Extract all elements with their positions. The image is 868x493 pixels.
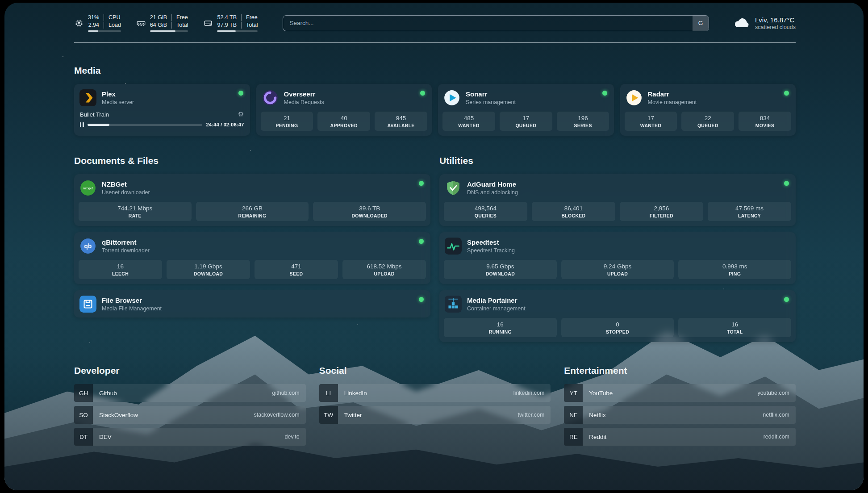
- cloud-icon: [734, 16, 750, 31]
- stat-tile: 21 PENDING: [261, 112, 313, 131]
- stat-tile: 16 TOTAL: [678, 318, 791, 337]
- stat-tile: 16 RUNNING: [444, 318, 557, 337]
- stat-label: UPLOAD: [343, 271, 425, 276]
- radarr-icon: [626, 89, 643, 106]
- stat-tile: 266 GB REMAINING: [196, 202, 309, 221]
- bookmark-name: StackOverflow: [99, 412, 138, 418]
- disk-progress-bar: [217, 30, 258, 32]
- disk-widget: 52.4 TB Free 97.9 TB Total: [203, 14, 258, 32]
- memory-total: 64 GiB: [150, 22, 171, 29]
- stat-value: 47.569 ms: [709, 205, 790, 212]
- cpu-percent: 31%: [88, 14, 104, 21]
- bookmark-abbr: TW: [319, 406, 338, 424]
- stat-value: 485: [443, 115, 494, 121]
- stat-value: 86,401: [533, 205, 614, 212]
- stat-tile: 196 SERIES: [557, 112, 609, 131]
- bookmark-reddit[interactable]: RE Reddit reddit.com: [564, 428, 796, 446]
- stat-value: 498,564: [445, 205, 526, 212]
- cpu-label-bottom: Load: [104, 22, 121, 29]
- weather-condition: scattered clouds: [755, 24, 796, 30]
- stat-label: DOWNLOAD: [167, 271, 249, 276]
- stat-label: DOWNLOADED: [314, 213, 425, 218]
- filebrowser-icon: [79, 296, 96, 313]
- stat-value: 266 GB: [197, 205, 308, 212]
- service-card-nzbget[interactable]: nzbget NZBGet Usenet downloader 744.21 M…: [74, 174, 430, 226]
- stat-value: 834: [739, 115, 790, 121]
- stat-tile: 39.6 TB DOWNLOADED: [313, 202, 426, 221]
- stat-label: TOTAL: [679, 329, 790, 334]
- stat-tile: 17 QUEUED: [500, 112, 552, 131]
- service-subtitle: Speedtest Tracking: [467, 247, 515, 254]
- service-name: Sonarr: [466, 90, 516, 99]
- service-name: File Browser: [102, 297, 162, 305]
- header-divider: [74, 42, 796, 43]
- cpu-load: 2.94: [88, 22, 104, 29]
- stat-value: 40: [318, 115, 369, 121]
- bookmark-abbr: YT: [564, 384, 583, 402]
- stat-tile: 1.19 Gbps DOWNLOAD: [167, 260, 250, 279]
- bookmark-url: stackoverflow.com: [254, 412, 300, 418]
- search-provider-button[interactable]: G: [693, 16, 709, 31]
- service-card-qbittorrent[interactable]: qb qBittorrent Torrent downloader 16 LEE…: [74, 232, 430, 284]
- section-title-utilities: Utilities: [439, 155, 796, 166]
- qbittorrent-icon: qb: [79, 238, 96, 255]
- bookmark-abbr: GH: [74, 384, 93, 402]
- weather-widget: Lviv, 16.87°C scattered clouds: [734, 16, 796, 31]
- settings-gear-icon[interactable]: ⚙: [238, 110, 244, 118]
- service-card-portainer[interactable]: Media Portainer Container management 16 …: [439, 290, 796, 342]
- disk-free: 52.4 TB: [217, 14, 241, 21]
- bookmark-name: DEV: [99, 434, 112, 440]
- service-card-adguard[interactable]: AdGuard Home DNS and adblocking 498,564 …: [439, 174, 796, 226]
- service-card-radarr[interactable]: Radarr Movie management 17 WANTED 22 QUE…: [620, 84, 796, 136]
- bookmark-netflix[interactable]: NF Netflix netflix.com: [564, 406, 796, 424]
- stat-tile: 9.65 Gbps DOWNLOAD: [444, 260, 557, 279]
- memory-progress-bar: [150, 30, 188, 32]
- stat-label: QUEUED: [501, 123, 551, 128]
- stat-tile: 9.24 Gbps UPLOAD: [561, 260, 674, 279]
- stat-value: 21: [262, 115, 313, 121]
- stat-value: 16: [79, 263, 161, 270]
- disk-icon: [203, 18, 213, 28]
- portainer-icon: [445, 296, 462, 313]
- stat-tile: 40 APPROVED: [317, 112, 370, 131]
- service-name: AdGuard Home: [467, 180, 518, 189]
- stat-label: RUNNING: [445, 329, 556, 334]
- stat-tile: 86,401 BLOCKED: [532, 202, 615, 221]
- bookmark-twitter[interactable]: TW Twitter twitter.com: [319, 406, 551, 424]
- bookmark-name: Reddit: [589, 434, 606, 440]
- overseerr-icon: [262, 89, 279, 106]
- memory-icon: [136, 18, 146, 28]
- stat-value: 9.24 Gbps: [562, 263, 673, 270]
- search-input[interactable]: [283, 16, 693, 31]
- service-subtitle: Container management: [467, 305, 526, 312]
- status-dot: [602, 91, 607, 96]
- weather-location: Lviv, 16.87°C: [755, 16, 796, 25]
- svg-text:nzbget: nzbget: [83, 186, 93, 190]
- bookmark-abbr: LI: [319, 384, 338, 402]
- service-card-filebrowser[interactable]: File Browser Media File Management: [74, 290, 430, 318]
- bookmark-name: Github: [99, 390, 117, 397]
- bookmark-dev[interactable]: DT DEV dev.to: [74, 428, 306, 446]
- stat-tile: 22 QUEUED: [681, 112, 734, 131]
- stat-label: SERIES: [558, 123, 609, 128]
- stat-label: FILTERED: [621, 213, 702, 218]
- bookmark-linkedin[interactable]: LI LinkedIn linkedin.com: [319, 384, 551, 402]
- stat-value: 39.6 TB: [314, 205, 425, 212]
- bookmark-url: linkedin.com: [513, 390, 544, 396]
- service-card-overseerr[interactable]: Overseerr Media Requests 21 PENDING 40 A…: [256, 84, 432, 136]
- search-bar: G: [283, 15, 709, 31]
- now-playing-title: Bullet Train: [80, 111, 109, 118]
- bookmark-youtube[interactable]: YT YouTube youtube.com: [564, 384, 796, 402]
- bookmark-stackoverflow[interactable]: SO StackOverflow stackoverflow.com: [74, 406, 306, 424]
- stat-tile: 2,956 FILTERED: [620, 202, 703, 221]
- service-card-plex[interactable]: Plex Media server Bullet Train ⚙ 24:44 /…: [74, 84, 250, 136]
- stat-label: QUEUED: [682, 123, 733, 128]
- bookmark-url: reddit.com: [764, 434, 789, 440]
- disk-label-top: Free: [241, 14, 258, 21]
- service-name: Radarr: [648, 90, 697, 99]
- stat-value: 945: [376, 115, 426, 121]
- bookmark-github[interactable]: GH Github github.com: [74, 384, 306, 402]
- service-card-sonarr[interactable]: Sonarr Series management 485 WANTED 17 Q…: [438, 84, 614, 136]
- service-card-speedtest[interactable]: Speedtest Speedtest Tracking 9.65 Gbps D…: [439, 232, 796, 284]
- cpu-label-top: CPU: [104, 14, 121, 21]
